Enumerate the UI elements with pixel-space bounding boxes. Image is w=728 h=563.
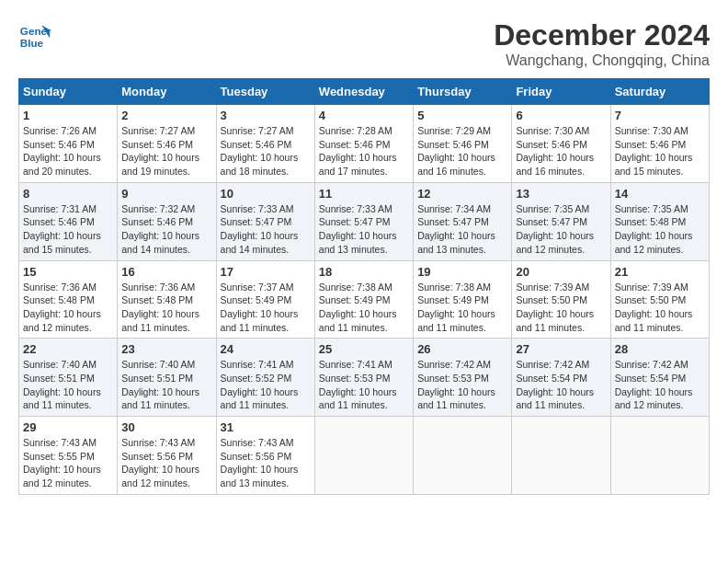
weekday-friday: Friday	[512, 79, 610, 105]
day-info: Sunrise: 7:40 AMSunset: 5:51 PMDaylight:…	[121, 358, 211, 412]
day-info: Sunrise: 7:40 AMSunset: 5:51 PMDaylight:…	[23, 358, 113, 412]
day-info: Sunrise: 7:36 AMSunset: 5:48 PMDaylight:…	[121, 281, 211, 335]
day-cell: 20Sunrise: 7:39 AMSunset: 5:50 PMDayligh…	[512, 260, 610, 339]
day-number: 16	[121, 265, 211, 279]
day-info: Sunrise: 7:34 AMSunset: 5:47 PMDaylight:…	[417, 202, 507, 257]
week-row-3: 15Sunrise: 7:36 AMSunset: 5:48 PMDayligh…	[19, 260, 710, 339]
day-cell: 3Sunrise: 7:27 AMSunset: 5:46 PMDaylight…	[216, 105, 314, 183]
day-number: 8	[23, 187, 113, 201]
day-info: Sunrise: 7:36 AMSunset: 5:48 PMDaylight:…	[23, 281, 113, 335]
day-number: 2	[121, 109, 211, 122]
day-info: Sunrise: 7:26 AMSunset: 5:46 PMDaylight:…	[23, 124, 113, 178]
day-number: 17	[221, 265, 311, 279]
day-number: 24	[221, 342, 311, 356]
weekday-header-row: SundayMondayTuesdayWednesdayThursdayFrid…	[19, 79, 710, 105]
day-cell: 7Sunrise: 7:30 AMSunset: 5:46 PMDaylight…	[610, 105, 709, 183]
title-area: December 2024 Wangchang, Chongqing, Chin…	[494, 18, 710, 69]
day-info: Sunrise: 7:41 AMSunset: 5:52 PMDaylight:…	[221, 358, 311, 412]
day-number: 30	[121, 420, 211, 434]
day-number: 20	[516, 265, 606, 279]
day-number: 7	[615, 109, 705, 122]
week-row-2: 8Sunrise: 7:31 AMSunset: 5:46 PMDaylight…	[19, 182, 710, 260]
day-number: 26	[417, 342, 507, 356]
day-cell: 27Sunrise: 7:42 AMSunset: 5:54 PMDayligh…	[512, 339, 610, 417]
day-number: 21	[615, 265, 705, 279]
day-cell: 2Sunrise: 7:27 AMSunset: 5:46 PMDaylight…	[118, 105, 216, 183]
logo: General Blue	[18, 18, 51, 52]
weekday-thursday: Thursday	[414, 79, 512, 105]
day-number: 31	[221, 420, 311, 434]
day-number: 5	[417, 109, 507, 122]
day-cell: 24Sunrise: 7:41 AMSunset: 5:52 PMDayligh…	[216, 339, 314, 417]
day-info: Sunrise: 7:33 AMSunset: 5:47 PMDaylight:…	[221, 202, 311, 257]
day-info: Sunrise: 7:43 AMSunset: 5:56 PMDaylight:…	[221, 436, 311, 490]
day-cell: 28Sunrise: 7:42 AMSunset: 5:54 PMDayligh…	[610, 339, 709, 417]
weekday-tuesday: Tuesday	[216, 79, 314, 105]
day-cell	[314, 417, 413, 495]
day-cell: 1Sunrise: 7:26 AMSunset: 5:46 PMDaylight…	[19, 105, 118, 183]
location-title: Wangchang, Chongqing, China	[494, 52, 710, 69]
day-number: 3	[221, 109, 311, 122]
day-cell: 11Sunrise: 7:33 AMSunset: 5:47 PMDayligh…	[314, 182, 413, 260]
day-info: Sunrise: 7:43 AMSunset: 5:56 PMDaylight:…	[121, 436, 211, 490]
day-cell: 15Sunrise: 7:36 AMSunset: 5:48 PMDayligh…	[19, 260, 118, 339]
weekday-wednesday: Wednesday	[314, 79, 413, 105]
header: General Blue December 2024 Wangchang, Ch…	[18, 18, 710, 69]
day-number: 27	[516, 342, 606, 356]
day-cell: 22Sunrise: 7:40 AMSunset: 5:51 PMDayligh…	[19, 339, 118, 417]
day-info: Sunrise: 7:42 AMSunset: 5:54 PMDaylight:…	[516, 358, 606, 412]
day-number: 29	[23, 420, 113, 434]
day-info: Sunrise: 7:29 AMSunset: 5:46 PMDaylight:…	[417, 124, 507, 178]
day-cell: 10Sunrise: 7:33 AMSunset: 5:47 PMDayligh…	[216, 182, 314, 260]
day-cell: 21Sunrise: 7:39 AMSunset: 5:50 PMDayligh…	[610, 260, 709, 339]
week-row-1: 1Sunrise: 7:26 AMSunset: 5:46 PMDaylight…	[19, 105, 710, 183]
day-number: 10	[221, 187, 311, 201]
day-info: Sunrise: 7:27 AMSunset: 5:46 PMDaylight:…	[121, 124, 211, 178]
day-cell: 23Sunrise: 7:40 AMSunset: 5:51 PMDayligh…	[118, 339, 216, 417]
day-cell: 6Sunrise: 7:30 AMSunset: 5:46 PMDaylight…	[512, 105, 610, 183]
day-number: 11	[319, 187, 409, 201]
day-info: Sunrise: 7:31 AMSunset: 5:46 PMDaylight:…	[23, 202, 113, 257]
day-cell: 29Sunrise: 7:43 AMSunset: 5:55 PMDayligh…	[19, 417, 118, 495]
day-info: Sunrise: 7:41 AMSunset: 5:53 PMDaylight:…	[319, 358, 409, 412]
day-info: Sunrise: 7:42 AMSunset: 5:54 PMDaylight:…	[615, 358, 705, 412]
day-number: 13	[516, 187, 606, 201]
logo-icon: General Blue	[18, 18, 51, 52]
weekday-saturday: Saturday	[610, 79, 709, 105]
day-info: Sunrise: 7:30 AMSunset: 5:46 PMDaylight:…	[516, 124, 606, 178]
day-info: Sunrise: 7:39 AMSunset: 5:50 PMDaylight:…	[615, 281, 705, 335]
day-number: 14	[615, 187, 705, 201]
svg-text:Blue: Blue	[20, 37, 44, 49]
day-number: 18	[319, 265, 409, 279]
day-number: 25	[319, 342, 409, 356]
month-title: December 2024	[494, 18, 710, 52]
day-info: Sunrise: 7:35 AMSunset: 5:47 PMDaylight:…	[516, 202, 606, 257]
day-info: Sunrise: 7:39 AMSunset: 5:50 PMDaylight:…	[516, 281, 606, 335]
day-number: 6	[516, 109, 606, 122]
calendar-table: SundayMondayTuesdayWednesdayThursdayFrid…	[18, 78, 710, 495]
day-info: Sunrise: 7:42 AMSunset: 5:53 PMDaylight:…	[417, 358, 507, 412]
weekday-monday: Monday	[118, 79, 216, 105]
day-cell	[414, 417, 512, 495]
day-number: 4	[319, 109, 409, 122]
day-info: Sunrise: 7:27 AMSunset: 5:46 PMDaylight:…	[221, 124, 311, 178]
day-info: Sunrise: 7:38 AMSunset: 5:49 PMDaylight:…	[319, 281, 409, 335]
day-cell: 18Sunrise: 7:38 AMSunset: 5:49 PMDayligh…	[314, 260, 413, 339]
day-cell: 19Sunrise: 7:38 AMSunset: 5:49 PMDayligh…	[414, 260, 512, 339]
day-info: Sunrise: 7:37 AMSunset: 5:49 PMDaylight:…	[221, 281, 311, 335]
day-cell: 13Sunrise: 7:35 AMSunset: 5:47 PMDayligh…	[512, 182, 610, 260]
day-info: Sunrise: 7:32 AMSunset: 5:46 PMDaylight:…	[121, 202, 211, 257]
day-number: 1	[23, 109, 113, 122]
day-cell: 31Sunrise: 7:43 AMSunset: 5:56 PMDayligh…	[216, 417, 314, 495]
day-number: 15	[23, 265, 113, 279]
day-info: Sunrise: 7:38 AMSunset: 5:49 PMDaylight:…	[417, 281, 507, 335]
weekday-sunday: Sunday	[19, 79, 118, 105]
day-cell: 17Sunrise: 7:37 AMSunset: 5:49 PMDayligh…	[216, 260, 314, 339]
day-cell: 5Sunrise: 7:29 AMSunset: 5:46 PMDaylight…	[414, 105, 512, 183]
day-cell	[512, 417, 610, 495]
day-cell: 26Sunrise: 7:42 AMSunset: 5:53 PMDayligh…	[414, 339, 512, 417]
day-number: 9	[121, 187, 211, 201]
day-info: Sunrise: 7:28 AMSunset: 5:46 PMDaylight:…	[319, 124, 409, 178]
day-number: 19	[417, 265, 507, 279]
day-number: 23	[121, 342, 211, 356]
